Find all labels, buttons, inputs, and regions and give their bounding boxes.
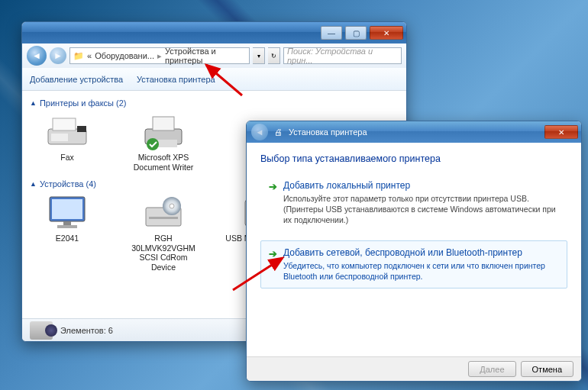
monitor-icon — [44, 195, 90, 231]
option-network-printer[interactable]: ➔ Добавить сетевой, беспроводной или Blu… — [260, 240, 567, 288]
svg-rect-1 — [53, 118, 76, 131]
device-cdrom[interactable]: RGH 30LMVK92VGHM SCSI CdRom Device — [126, 195, 201, 272]
maximize-button[interactable]: ▢ — [345, 26, 367, 40]
device-monitor[interactable]: E2041 — [30, 195, 105, 272]
breadcrumb-part[interactable]: Оборудовани... — [95, 51, 154, 60]
status-text: Элементов: 6 — [60, 326, 113, 335]
svg-rect-10 — [63, 221, 71, 225]
svg-point-7 — [147, 138, 159, 150]
add-device-link[interactable]: Добавление устройства — [30, 75, 123, 84]
svg-point-15 — [170, 204, 174, 208]
collapse-icon: ▲ — [30, 99, 37, 107]
search-input[interactable]: Поиск: Устройства и прин... — [283, 47, 402, 64]
breadcrumb-dropdown[interactable]: ▾ — [253, 47, 265, 64]
svg-rect-2 — [77, 126, 86, 132]
wizard-footer: Далее Отмена — [247, 356, 581, 381]
device-fax[interactable]: Fax — [30, 114, 105, 172]
breadcrumb[interactable]: 📁 « Оборудовани... ▸ Устройства и принте… — [69, 47, 250, 64]
minimize-button[interactable]: — — [321, 26, 342, 40]
optical-drive-icon — [141, 195, 186, 231]
wizard-heading: Выбор типа устанавливаемого принтера — [260, 153, 567, 164]
svg-rect-5 — [153, 117, 174, 131]
forward-button[interactable]: ► — [50, 47, 66, 64]
wizard-title: Установка принтера — [289, 127, 367, 137]
svg-rect-13 — [149, 217, 178, 219]
folder-icon: 📁 — [73, 51, 84, 61]
device-xps-writer[interactable]: Microsoft XPS Document Writer — [126, 114, 201, 172]
camera-icon — [30, 321, 53, 340]
wizard-titlebar: ◄ 🖨 Установка принтера ✕ — [247, 121, 581, 143]
svg-rect-3 — [51, 134, 68, 141]
address-bar: ◄ ► 📁 « Оборудовани... ▸ Устройства и пр… — [22, 44, 406, 68]
wizard-back-button[interactable]: ◄ — [251, 124, 268, 140]
svg-rect-9 — [52, 199, 82, 219]
add-printer-wizard: ◄ 🖨 Установка принтера ✕ Выбор типа уста… — [246, 121, 582, 382]
svg-rect-11 — [57, 225, 77, 228]
breadcrumb-part[interactable]: Устройства и принтеры — [165, 47, 246, 65]
wizard-body: Выбор типа устанавливаемого принтера ➔ Д… — [247, 143, 581, 356]
arrow-icon: ➔ — [269, 181, 277, 192]
group-header-printers[interactable]: ▲ Принтеры и факсы (2) — [30, 98, 399, 108]
printer-icon: 🖨 — [274, 127, 283, 137]
wizard-close-button[interactable]: ✕ — [544, 125, 578, 139]
close-button[interactable]: ✕ — [370, 26, 403, 40]
next-button[interactable]: Далее — [468, 361, 515, 377]
add-printer-link[interactable]: Установка принтера — [137, 75, 215, 84]
printer-icon — [141, 114, 186, 150]
explorer-toolbar: Добавление устройства Установка принтера — [22, 68, 406, 91]
arrow-icon: ➔ — [269, 248, 277, 259]
option-local-printer[interactable]: ➔ Добавить локальный принтер Используйте… — [260, 173, 567, 233]
explorer-titlebar: — ▢ ✕ — [22, 22, 406, 44]
cancel-button[interactable]: Отмена — [521, 361, 573, 377]
fax-icon — [44, 114, 90, 150]
back-button[interactable]: ◄ — [27, 46, 47, 66]
refresh-button[interactable]: ↻ — [268, 47, 280, 64]
collapse-icon: ▲ — [30, 180, 37, 188]
